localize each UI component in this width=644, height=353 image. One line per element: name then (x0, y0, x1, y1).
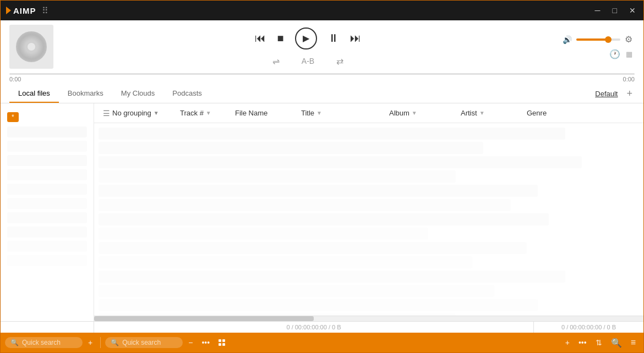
close-button[interactable]: ✕ (627, 5, 638, 15)
list-item[interactable] (7, 184, 87, 195)
tab-my-clouds[interactable]: My Clouds (112, 85, 163, 103)
col-track-filter-icon: ▼ (206, 110, 211, 116)
time-total: 0:00 (623, 76, 635, 82)
right-search-input[interactable] (122, 339, 177, 346)
col-title-filter-icon: ▼ (316, 110, 322, 116)
search-toggle-button[interactable]: 🔍 (608, 335, 625, 350)
right-search-box: 🔍 (105, 337, 183, 348)
col-album-label: Album (389, 109, 410, 117)
library-tabs: Local files Bookmarks My Clouds Podcasts… (1, 85, 643, 103)
col-genre-label: Genre (527, 109, 547, 117)
titlebar-left: AIMP ⠿ (6, 5, 48, 16)
disc-art (16, 31, 47, 62)
ab-repeat-button[interactable]: A-B (302, 57, 314, 65)
skeleton-row (99, 128, 565, 140)
history-button[interactable]: 🕐 (609, 49, 620, 59)
status-right: 0 / 00:00:00:00 / 0 B (533, 322, 643, 333)
skeleton-row (99, 142, 483, 154)
col-header-genre[interactable]: Genre (522, 109, 577, 117)
skeleton-row (99, 256, 472, 268)
left-search-input[interactable] (22, 339, 77, 346)
grouping-label: No grouping (112, 109, 151, 117)
left-panel: * (1, 103, 94, 321)
menu-dots-icon[interactable]: ⠿ (42, 5, 48, 16)
list-item[interactable] (7, 255, 87, 266)
right-more-button[interactable]: ••• (575, 336, 590, 349)
minimize-button[interactable]: ─ (593, 5, 603, 15)
tab-local-files[interactable]: Local files (9, 85, 59, 103)
volume-slider[interactable] (576, 38, 620, 41)
more-options-button[interactable]: ••• (198, 336, 213, 349)
col-track-label: Track # (180, 109, 204, 117)
skeleton-row (99, 199, 511, 211)
col-header-artist[interactable]: Artist ▼ (456, 109, 522, 117)
separator-1 (100, 337, 101, 348)
tab-bookmarks[interactable]: Bookmarks (59, 85, 112, 103)
list-item[interactable] (7, 212, 87, 223)
bottom-toolbar: 🔍 + 🔍 − ••• + ••• ⇅ 🔍 ≡ (1, 333, 643, 352)
stop-button[interactable]: ■ (277, 32, 283, 45)
add-tab-button[interactable]: + (624, 86, 635, 102)
col-filename-label: File Name (235, 109, 268, 117)
skeleton-row (99, 156, 582, 168)
default-playlist-label[interactable]: Default (595, 90, 618, 98)
grid-view-button[interactable] (215, 337, 228, 348)
progress-bar-track[interactable] (9, 73, 635, 75)
play-button[interactable]: ▶ (295, 27, 317, 49)
maximize-button[interactable]: □ (610, 5, 619, 15)
minus-button[interactable]: − (185, 336, 196, 349)
right-add-button[interactable]: + (562, 336, 573, 349)
transport-row: ⏮ ■ ▶ ⏸ ⏭ (255, 27, 361, 49)
scrollbar-thumb (94, 316, 314, 321)
skeleton-row (99, 299, 538, 311)
grid-dot (222, 343, 225, 346)
skeleton-row (99, 285, 494, 297)
logo-triangle (6, 7, 11, 14)
grouping-selector[interactable]: ☰ No grouping ▼ (99, 107, 176, 120)
track-list (94, 123, 643, 316)
skeleton-row (99, 228, 428, 240)
grid-dot (219, 339, 221, 342)
tab-podcasts[interactable]: Podcasts (163, 85, 210, 103)
titlebar: AIMP ⠿ ─ □ ✕ (1, 1, 643, 20)
status-bars: 0 / 00:00:00:00 / 0 B 0 / 00:00:00:00 / … (1, 321, 643, 333)
list-item[interactable] (7, 241, 87, 252)
right-search-icon: 🔍 (111, 339, 119, 346)
col-header-filename[interactable]: File Name (231, 109, 297, 117)
starred-filter-button[interactable]: * (7, 112, 19, 122)
list-item[interactable] (7, 126, 87, 137)
col-header-album[interactable]: Album ▼ (385, 109, 456, 117)
info-button[interactable]: ▦ (626, 49, 632, 59)
sort-button[interactable]: ⇅ (592, 336, 605, 349)
menu-button[interactable]: ≡ (627, 335, 639, 350)
col-header-title[interactable]: Title ▼ (297, 109, 385, 117)
prev-button[interactable]: ⏮ (255, 32, 266, 45)
list-item[interactable] (7, 141, 87, 152)
left-add-button[interactable]: + (85, 336, 96, 349)
window-controls: ─ □ ✕ (593, 5, 638, 15)
pause-button[interactable]: ⏸ (328, 32, 339, 45)
secondary-controls-row: ⇌ A-B ⇄ (272, 56, 343, 67)
skeleton-row (99, 213, 549, 225)
shuffle-button[interactable]: ⇌ (272, 56, 280, 67)
col-album-filter-icon: ▼ (412, 110, 417, 116)
list-item[interactable] (7, 227, 87, 238)
equalizer-button[interactable]: ⚙ (625, 34, 632, 45)
skeleton-row (99, 242, 527, 254)
list-item[interactable] (7, 198, 87, 209)
grid-dot (219, 343, 221, 346)
column-headers: ☰ No grouping ▼ Track # ▼ File Name Titl… (94, 103, 643, 123)
player-top: ⏮ ■ ▶ ⏸ ⏭ ⇌ A-B ⇄ 🔊 ⚙ (1, 20, 643, 73)
volume-fill (576, 38, 608, 41)
list-item[interactable] (7, 155, 87, 166)
grid-dot (222, 339, 225, 342)
volume-icon: 🔊 (563, 35, 572, 44)
horizontal-scrollbar[interactable] (94, 316, 643, 321)
col-header-track[interactable]: Track # ▼ (176, 109, 231, 117)
list-item[interactable] (7, 169, 87, 180)
tab-right: Default + (595, 86, 635, 102)
app-name: AIMP (13, 6, 36, 15)
repeat-button[interactable]: ⇄ (336, 56, 343, 67)
next-button[interactable]: ⏭ (350, 32, 361, 45)
status-main: 0 / 00:00:00:00 / 0 B (94, 322, 533, 333)
